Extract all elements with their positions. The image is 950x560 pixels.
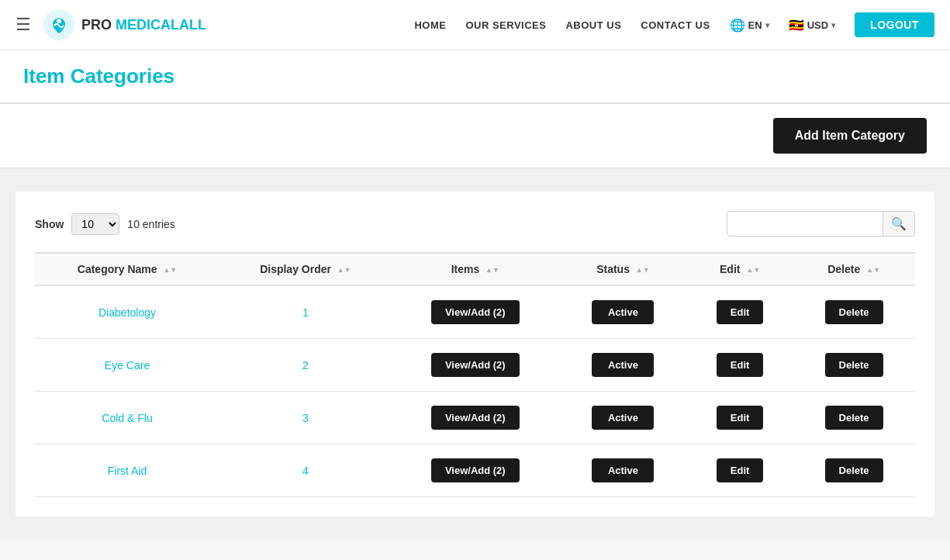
logo: PRO MEDICALALL	[43, 9, 206, 41]
page-title: Item Categories	[23, 64, 927, 88]
currency-label: USD	[807, 19, 828, 31]
sort-arrows-delete: ▲▼	[866, 266, 880, 274]
page-title-section: Item Categories	[0, 50, 950, 104]
lang-chevron-icon: ▾	[765, 21, 769, 29]
search-input[interactable]	[727, 213, 883, 235]
cell-status: Active	[559, 339, 687, 392]
cell-status: Active	[559, 444, 687, 497]
cell-edit: Edit	[687, 444, 793, 497]
delete-button[interactable]: Delete	[825, 353, 883, 377]
search-button[interactable]: 🔍	[883, 212, 914, 236]
view-add-button[interactable]: View/Add (2)	[431, 458, 520, 482]
col-header-edit: Edit ▲▼	[687, 253, 793, 285]
view-add-button[interactable]: View/Add (2)	[431, 353, 520, 377]
cell-items: View/Add (2)	[392, 444, 559, 497]
table-controls-left: Show 10 25 50 100 10 entries	[35, 213, 175, 235]
edit-button[interactable]: Edit	[717, 406, 764, 430]
view-add-button[interactable]: View/Add (2)	[431, 406, 520, 430]
status-active-button[interactable]: Active	[592, 353, 654, 377]
edit-button[interactable]: Edit	[717, 353, 764, 377]
cell-delete: Delete	[793, 285, 915, 339]
col-header-items: Items ▲▼	[392, 253, 559, 285]
table-container: Show 10 25 50 100 10 entries 🔍	[16, 192, 934, 517]
cell-status: Active	[559, 285, 687, 339]
nav-home[interactable]: HOME	[414, 19, 446, 31]
sort-arrows-items: ▲▼	[485, 266, 499, 274]
currency-selector[interactable]: 🇺🇬 USD ▾	[789, 18, 835, 33]
display-order-value: 3	[302, 412, 309, 424]
table-section: Show 10 25 50 100 10 entries 🔍	[0, 168, 950, 540]
col-header-category-name: Category Name ▲▼	[35, 253, 219, 285]
category-name-value: First Aid	[108, 465, 147, 477]
category-name-value: Cold & Flu	[102, 412, 152, 424]
table-row: Eye Care 2 View/Add (2) Active Edit Dele…	[35, 339, 915, 392]
search-icon: 🔍	[891, 217, 907, 230]
cell-items: View/Add (2)	[392, 339, 559, 392]
hamburger-menu[interactable]: ☰	[16, 15, 31, 35]
col-header-display-order: Display Order ▲▼	[219, 253, 392, 285]
cell-edit: Edit	[687, 285, 793, 339]
cell-delete: Delete	[793, 392, 915, 444]
col-header-delete: Delete ▲▼	[793, 253, 915, 285]
cell-delete: Delete	[793, 339, 915, 392]
edit-button[interactable]: Edit	[717, 300, 764, 324]
nav-our-services[interactable]: OUR SERVICES	[465, 19, 546, 31]
cell-delete: Delete	[793, 444, 915, 497]
table-row: First Aid 4 View/Add (2) Active Edit Del…	[35, 444, 915, 497]
cell-display-order: 4	[219, 444, 392, 497]
cell-status: Active	[559, 392, 687, 444]
cell-items: View/Add (2)	[392, 392, 559, 444]
sort-arrows-status: ▲▼	[636, 266, 650, 274]
edit-button[interactable]: Edit	[717, 458, 764, 482]
delete-button[interactable]: Delete	[825, 458, 883, 482]
delete-button[interactable]: Delete	[825, 406, 883, 430]
language-selector[interactable]: 🌐 EN ▾	[730, 18, 769, 33]
nav-contact-us[interactable]: CONTACT US	[641, 19, 710, 31]
sort-arrows-category-name: ▲▼	[163, 266, 177, 274]
cell-category-name: Diabetology	[35, 285, 219, 339]
categories-table: Category Name ▲▼ Display Order ▲▼ Items …	[35, 252, 915, 497]
nav-about-us[interactable]: ABOUT US	[565, 19, 621, 31]
table-row: Cold & Flu 3 View/Add (2) Active Edit De…	[35, 392, 915, 444]
logo-text: PRO MEDICALALL	[81, 17, 206, 33]
logout-button[interactable]: LOGOUT	[855, 12, 934, 37]
cell-display-order: 3	[219, 392, 392, 444]
currency-flag-icon: 🇺🇬	[789, 18, 804, 33]
add-section: Add Item Category	[0, 104, 950, 168]
view-add-button[interactable]: View/Add (2)	[431, 300, 520, 324]
display-order-value: 1	[302, 306, 309, 319]
cell-category-name: First Aid	[35, 444, 219, 497]
status-active-button[interactable]: Active	[592, 300, 654, 324]
cell-display-order: 1	[219, 285, 392, 339]
globe-icon: 🌐	[730, 18, 745, 33]
lang-label: EN	[748, 19, 762, 31]
sort-arrows-display-order: ▲▼	[337, 266, 351, 274]
logo-icon	[43, 9, 75, 41]
display-order-value: 4	[302, 465, 309, 477]
sort-arrows-edit: ▲▼	[746, 266, 760, 274]
category-name-value: Eye Care	[105, 359, 150, 372]
entries-per-page-select[interactable]: 10 25 50 100	[71, 213, 119, 235]
cell-edit: Edit	[687, 392, 793, 444]
header-nav: HOME OUR SERVICES ABOUT US CONTACT US 🌐 …	[414, 12, 934, 37]
cell-category-name: Eye Care	[35, 339, 219, 392]
cell-items: View/Add (2)	[392, 285, 559, 339]
entries-count-label: 10 entries	[127, 218, 174, 230]
table-controls: Show 10 25 50 100 10 entries 🔍	[35, 211, 915, 237]
cell-edit: Edit	[687, 339, 793, 392]
cell-display-order: 2	[219, 339, 392, 392]
currency-chevron-icon: ▾	[831, 21, 835, 29]
logo-medical: MEDICALALL	[112, 17, 206, 33]
delete-button[interactable]: Delete	[825, 300, 883, 324]
display-order-value: 2	[302, 359, 309, 372]
search-box: 🔍	[727, 211, 915, 237]
cell-category-name: Cold & Flu	[35, 392, 219, 444]
logo-pro: PRO	[81, 17, 112, 33]
status-active-button[interactable]: Active	[592, 406, 654, 430]
header: ☰ PRO MEDICALALL HOME OUR SERVICES ABOUT…	[0, 0, 950, 50]
table-row: Diabetology 1 View/Add (2) Active Edit D…	[35, 285, 915, 339]
add-item-category-button[interactable]: Add Item Category	[773, 118, 927, 154]
table-header-row: Category Name ▲▼ Display Order ▲▼ Items …	[35, 253, 915, 285]
status-active-button[interactable]: Active	[592, 458, 654, 482]
col-header-status: Status ▲▼	[559, 253, 687, 285]
